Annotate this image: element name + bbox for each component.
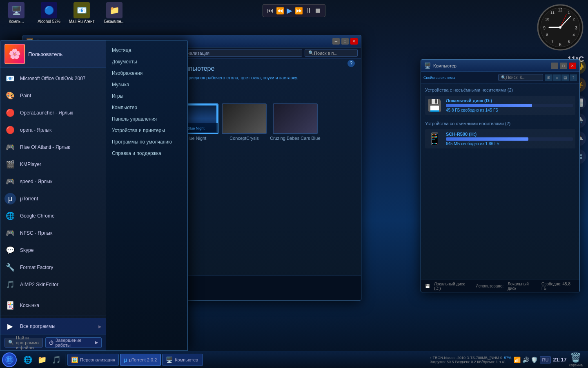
start-item-opera[interactable]: 🔴 opera - Ярлык <box>0 121 106 139</box>
tray-time: 21:17 <box>553 357 566 363</box>
media-pause-btn[interactable]: ⏸ <box>305 7 312 14</box>
aimp2-icon: 🎵 <box>4 279 16 290</box>
format-factory-icon: 🔧 <box>4 262 16 273</box>
right-item-default-programs[interactable]: Программы по умолчанию <box>106 136 187 148</box>
start-menu-right: Мустяца Документы Изображения Музыка Игр… <box>106 40 187 350</box>
tray-clock[interactable]: 21:17 <box>553 357 566 363</box>
right-item-games[interactable]: Игры <box>106 90 187 102</box>
start-item-kmplayer[interactable]: 🎬 KMPlayer <box>0 156 106 173</box>
svg-point-20 <box>9 357 12 360</box>
theme-blue-night-label: Blue Night <box>186 136 207 141</box>
desktop-icon-bezymyan[interactable]: 📁 Безымян... <box>100 2 129 24</box>
start-item-all-programs[interactable]: ▶ Все программы ▶ <box>0 318 106 334</box>
computer-minimize-btn[interactable]: ─ <box>551 63 558 69</box>
svg-text:2: 2 <box>572 17 575 21</box>
close-button[interactable]: ✕ <box>350 38 358 45</box>
desktop-icon-mailru[interactable]: 📧 Mail.Ru Агент <box>67 2 96 24</box>
start-item-aimp2[interactable]: 🎵 AIMP2 SkinEditor <box>0 276 106 293</box>
tray-security-icon[interactable]: 🛡️ <box>531 357 538 363</box>
maximize-button[interactable]: □ <box>341 38 349 45</box>
opera-launcher-label: OperaLauncher - Ярлык <box>20 110 73 116</box>
computer-window-controls: ─ □ ✕ <box>551 63 576 69</box>
right-item-computer[interactable]: Компьютер <box>106 102 187 113</box>
start-item-utorrent[interactable]: μ μTorrent <box>0 190 106 207</box>
view-detail-btn[interactable]: ▤ <box>561 74 569 81</box>
drive-d-bar-fill <box>446 104 532 107</box>
right-item-images[interactable]: Изображения <box>106 67 187 79</box>
drive-d[interactable]: 💾 Локальный диск (D:) 45,8 ГБ свободно и… <box>425 96 575 115</box>
desktop-icon-alcohol[interactable]: 🔵 Alcohol 52% <box>35 2 63 24</box>
status-drive-name: Локальный диск (D:) <box>434 282 472 291</box>
start-item-opera-launcher[interactable]: 🔴 OperaLauncher - Ярлык <box>0 104 106 121</box>
window-controls: ─ □ ✕ <box>332 38 358 45</box>
start-item-chrome[interactable]: 🌐 Google Chrome <box>0 207 106 224</box>
komputer-label: Компь... <box>9 19 24 24</box>
start-divider-2 <box>0 316 106 316</box>
start-menu-left: 🌸 Пользователь 📧 Microsoft Office OutlOo… <box>0 40 106 350</box>
taskbar-sep-2 <box>65 354 65 366</box>
minimize-button[interactable]: ─ <box>332 38 340 45</box>
help-button[interactable]: ? <box>347 60 355 67</box>
tray-network-icon[interactable]: 📶 <box>514 357 521 363</box>
taskbar-task-personalization[interactable]: 🖼️ Персонализация <box>67 354 119 366</box>
drives-section-label: Устройства с несъёмными носителями (2) <box>425 88 575 92</box>
computer-window: 🖥️ Компьютер ─ □ ✕ Свойства системы 🔍 По… <box>421 59 580 292</box>
drive-d-icon: 💾 <box>428 99 442 112</box>
tray-language[interactable]: RU <box>540 356 551 364</box>
right-item-music[interactable]: Музыка <box>106 79 187 90</box>
media-play-btn[interactable]: ▶ <box>287 6 292 15</box>
desktop-icon-komputer[interactable]: 🖥️ Компь... <box>2 2 31 24</box>
shutdown-icon: ⏻ <box>49 340 53 345</box>
theme-concept[interactable]: ConceptCrysis <box>222 103 267 141</box>
svg-point-17 <box>559 26 561 29</box>
start-item-rise[interactable]: 🎮 Rise Of Atlanti - Ярлык <box>0 139 106 156</box>
computer-search[interactable]: 🔍 Поиск: К... <box>498 74 543 81</box>
start-item-solitaire[interactable]: 🃏 Косынка <box>0 297 106 314</box>
view-list-btn[interactable]: ≡ <box>553 74 561 81</box>
media-forward-btn[interactable]: ⏩ <box>295 7 303 15</box>
right-item-help[interactable]: Справка и поддержка <box>106 148 187 159</box>
computer-close-btn[interactable]: ✕ <box>569 63 576 69</box>
search-input[interactable]: 🔍 Поиск в п... <box>305 49 358 57</box>
view-large-btn[interactable]: ⊞ <box>545 74 552 81</box>
computer-maximize-btn[interactable]: □ <box>560 63 567 69</box>
right-item-myplace[interactable]: Мустяца <box>106 45 187 56</box>
drive-d-space: 45,8 ГБ свободно из 145 ГБ <box>446 108 573 112</box>
start-item-outlook[interactable]: 📧 Microsoft Office OutlOok 2007 <box>0 70 106 87</box>
task-personalization-label: Персонализация <box>80 357 115 362</box>
drive-h-bar-bg <box>446 137 573 141</box>
computer-titlebar: 🖥️ Компьютер ─ □ ✕ <box>421 60 579 72</box>
drive-h[interactable]: 📱 SCH-R500 (H:) 645 МБ свободно из 1.86 … <box>425 129 575 148</box>
shutdown-button[interactable]: ⏻ Завершение работы ▶ <box>45 337 101 348</box>
quicklaunch-media[interactable]: 🎵 <box>50 353 63 366</box>
tray-torrent-filename: ↑ TRON.Nasledi.2010.D.TS.700MB_[NNM-0 <box>430 356 502 360</box>
taskbar-task-computer[interactable]: 🖥️ Компьютер <box>162 354 203 366</box>
right-item-documents[interactable]: Документы <box>106 56 187 67</box>
quicklaunch-explorer[interactable]: 📁 <box>36 353 49 366</box>
taskbar: 🌐 📁 🎵 🖼️ Персонализация μ μTorrent 2.0.2… <box>0 351 588 368</box>
start-item-format-factory[interactable]: 🔧 Format Factory <box>0 259 106 276</box>
computer-system-props[interactable]: Свойства системы <box>423 76 455 80</box>
right-item-devices[interactable]: Устройства и принтеры <box>106 125 187 136</box>
start-item-nfsc[interactable]: 🎮 NFSC - Ярлык <box>0 224 106 242</box>
media-stop-btn[interactable]: ⏹ <box>314 7 321 14</box>
media-rewind-btn[interactable]: ⏪ <box>276 7 284 15</box>
tray-volume-icon[interactable]: 🔊 <box>522 357 529 363</box>
start-search-bar[interactable]: 🔍 Найти программы и файлы <box>4 338 43 348</box>
right-item-control-panel[interactable]: Панель управления <box>106 113 187 125</box>
start-item-paint[interactable]: 🎨 Paint <box>0 87 106 104</box>
theme-cruzing[interactable]: Cruzing Babes Cars Blue <box>270 103 321 141</box>
computer-status-bar: 💾 Локальный диск (D:) Использовано: Лока… <box>421 280 579 292</box>
media-prev-btn[interactable]: ⏮ <box>267 7 274 14</box>
taskbar-task-utorrent[interactable]: μ μTorrent 2.0.2 <box>120 354 161 366</box>
tray-torrent-info: ↑ TRON.Nasledi.2010.D.TS.700MB_[NNM-0 57… <box>430 356 512 364</box>
quicklaunch-ie[interactable]: 🌐 <box>21 353 34 366</box>
all-programs-arrow: ▶ <box>98 324 102 329</box>
nfsc-label: NFSC - Ярлык <box>20 230 52 236</box>
start-button[interactable] <box>2 352 17 367</box>
status-drive-icon: 💾 <box>425 284 430 288</box>
tray-basket-icon[interactable]: 🗑️ Корзина <box>569 352 583 367</box>
start-item-speed[interactable]: 🎮 speed - Ярлык <box>0 173 106 190</box>
help-btn[interactable]: ? <box>570 74 577 81</box>
start-item-skype[interactable]: 💬 Skype <box>0 242 106 259</box>
